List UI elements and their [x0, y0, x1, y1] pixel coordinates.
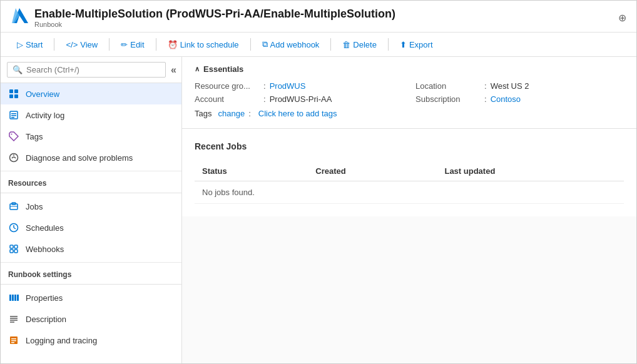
essentials-row-account: Account : ProdWUS-Pri-AA — [195, 94, 403, 104]
resources-section-label: Resources — [1, 171, 181, 190]
subscription-value[interactable]: Contoso — [491, 94, 521, 104]
status-column-header: Status — [195, 161, 308, 181]
svg-marker-1 — [12, 8, 19, 23]
azure-icon — [11, 7, 28, 28]
essentials-header: ∧ Essentials — [195, 64, 624, 74]
sidebar-item-description[interactable]: Description — [1, 308, 181, 330]
search-input[interactable] — [26, 65, 160, 74]
overview-icon — [8, 88, 19, 99]
svg-rect-21 — [10, 250, 13, 253]
sidebar-nav: Overview Activity log — [1, 83, 181, 363]
account-label: Account — [195, 94, 263, 104]
svg-rect-22 — [14, 250, 18, 253]
sidebar-item-activity-log[interactable]: Activity log — [1, 104, 181, 126]
svg-rect-26 — [17, 295, 19, 301]
svg-rect-3 — [14, 89, 18, 93]
toolbar-separator-1 — [54, 38, 54, 51]
tags-change-link[interactable]: change — [218, 109, 245, 118]
edit-icon: ✏ — [121, 40, 128, 49]
no-jobs-text: No jobs found. — [195, 181, 624, 204]
essentials-row-subscription: Subscription : Contoso — [415, 94, 624, 104]
sidebar-item-label: Jobs — [26, 202, 43, 211]
svg-rect-34 — [11, 342, 14, 343]
chevron-up-icon: ∧ — [195, 65, 200, 73]
svg-rect-4 — [9, 94, 13, 98]
toolbar-separator-5 — [330, 38, 331, 51]
delete-icon: 🗑 — [342, 40, 350, 49]
svg-point-10 — [11, 134, 13, 135]
toolbar: ▷ Start </> View ✏ Edit ⏰ Link to schedu… — [1, 33, 636, 57]
svg-rect-32 — [11, 338, 16, 340]
view-button[interactable]: </> View — [59, 37, 104, 53]
page-subtitle: Runbook — [34, 21, 395, 28]
subscription-label: Subscription — [415, 94, 484, 104]
sidebar-item-properties[interactable]: Properties — [1, 287, 181, 308]
pin-icon[interactable]: ⊕ — [618, 12, 626, 24]
svg-rect-19 — [10, 245, 13, 248]
svg-rect-23 — [9, 295, 11, 301]
sidebar-item-logging[interactable]: Logging and tracing — [1, 330, 181, 351]
view-icon: </> — [66, 40, 78, 49]
svg-rect-20 — [14, 245, 18, 248]
export-button[interactable]: ⬆ Export — [394, 37, 439, 53]
svg-rect-2 — [9, 89, 13, 93]
account-value: ProdWUS-Pri-AA — [270, 94, 332, 104]
logging-icon — [8, 335, 19, 346]
location-label: Location — [415, 81, 484, 91]
jobs-icon — [8, 201, 19, 212]
sidebar-item-label: Description — [26, 315, 66, 324]
start-icon: ▷ — [17, 40, 23, 49]
sidebar-item-label: Schedules — [26, 223, 64, 233]
toolbar-separator-4 — [250, 38, 251, 51]
essentials-section: ∧ Essentials Resource gro... : ProdWUS L… — [182, 57, 636, 129]
delete-button[interactable]: 🗑 Delete — [336, 37, 383, 53]
sidebar-item-label: Diagnose and solve problems — [26, 153, 133, 163]
header: Enable-MultipleSolution (ProdWUS-Pri-AA/… — [1, 1, 636, 33]
runbook-settings-section-label: Runbook settings — [1, 262, 181, 281]
webhook-icon: ⧉ — [262, 39, 268, 49]
diagnose-icon — [8, 152, 19, 163]
essentials-row-location: Location : West US 2 — [415, 81, 624, 91]
sidebar-item-overview[interactable]: Overview — [1, 83, 181, 104]
divider-2 — [1, 284, 181, 285]
main-area: 🔍 « Overview — [1, 57, 636, 363]
svg-rect-33 — [11, 340, 16, 341]
divider-1 — [1, 193, 181, 193]
essentials-title: Essentials — [203, 64, 243, 74]
header-text: Enable-MultipleSolution (ProdWUS-Pri-AA/… — [34, 8, 395, 28]
add-webhook-button[interactable]: ⧉ Add webhook — [256, 36, 326, 53]
link-to-schedule-button[interactable]: ⏰ Link to schedule — [161, 37, 245, 53]
recent-jobs-title: Recent Jobs — [195, 141, 624, 151]
tags-icon — [8, 131, 19, 142]
sidebar-collapse-button[interactable]: « — [171, 64, 176, 76]
sidebar-search-container: 🔍 — [7, 62, 166, 78]
sidebar-item-label: Tags — [26, 132, 43, 141]
sidebar-item-webhooks[interactable]: Webhooks — [1, 238, 181, 260]
toolbar-separator-6 — [388, 38, 389, 51]
start-button[interactable]: ▷ Start — [11, 37, 49, 53]
sidebar-search-row: 🔍 « — [1, 57, 181, 83]
svg-rect-24 — [12, 295, 14, 301]
edit-button[interactable]: ✏ Edit — [115, 37, 150, 53]
location-value: West US 2 — [491, 81, 529, 91]
svg-line-18 — [14, 228, 16, 229]
toolbar-separator-2 — [109, 38, 110, 51]
svg-rect-8 — [11, 115, 16, 116]
schedules-icon — [8, 222, 19, 233]
sidebar-item-schedules[interactable]: Schedules — [1, 217, 181, 238]
resource-group-label: Resource gro... — [195, 81, 263, 91]
sidebar-item-label: Webhooks — [26, 245, 64, 254]
sidebar-item-diagnose[interactable]: Diagnose and solve problems — [1, 147, 181, 168]
tags-label: Tags — [195, 109, 211, 118]
last-updated-column-header: Last updated — [437, 161, 624, 181]
tags-value-link[interactable]: Click here to add tags — [258, 109, 337, 118]
page-title: Enable-MultipleSolution (ProdWUS-Pri-AA/… — [34, 8, 395, 21]
tags-row: Tags change : Click here to add tags — [195, 109, 624, 118]
svg-rect-9 — [11, 117, 14, 118]
sidebar-item-jobs[interactable]: Jobs — [1, 196, 181, 217]
sidebar-item-tags[interactable]: Tags — [1, 126, 181, 147]
svg-rect-25 — [14, 295, 16, 301]
essentials-row-resource-group: Resource gro... : ProdWUS — [195, 81, 403, 91]
sidebar: 🔍 « Overview — [1, 57, 182, 363]
resource-group-value[interactable]: ProdWUS — [270, 81, 306, 91]
